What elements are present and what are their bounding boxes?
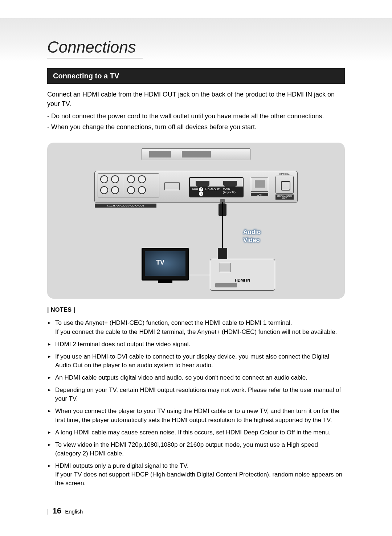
optical-port-icon <box>275 176 294 194</box>
rca-jack-icon <box>100 175 108 183</box>
tv-screen-icon <box>145 251 185 276</box>
rca-jack-icon <box>111 186 119 194</box>
note-item: HDMI 2 terminal does not output the vide… <box>47 338 345 351</box>
footer-divider: | <box>47 508 49 515</box>
rca-jack-icon <box>138 186 146 194</box>
player-top-view-icon <box>142 148 250 160</box>
intro-bullet: - Do not connect the power cord to the w… <box>47 111 345 122</box>
hdmi-port-number: 1 <box>199 192 203 196</box>
divider <box>123 175 123 194</box>
note-item: To view video in the HDMI 720p,1080i,108… <box>47 439 345 460</box>
analog-audio-label: 7.1CH ANALOG AUDIO OUT <box>95 204 156 208</box>
hdmi-port-icon <box>223 181 237 187</box>
tv-icon <box>142 248 189 281</box>
digital-audio-label: DIGITAL AUDIO OUT <box>275 195 294 200</box>
notes-list: To use the Anynet+ (HDMI-CEC) function, … <box>47 317 345 490</box>
page-footer: | 16 English <box>47 506 83 516</box>
callout-line <box>189 275 210 275</box>
hdmi-in-port-icon <box>220 263 230 272</box>
manual-page: Connections Connecting to a TV Connect a… <box>0 0 392 536</box>
hdmi-port-number: 2 <box>199 187 203 192</box>
header-band: Connections <box>0 18 392 62</box>
optical-label: OPTICAL <box>275 173 294 175</box>
connection-diagram: 7.1CH ANALOG AUDIO OUT SUB 2 HDMI OUT 1 … <box>47 143 345 299</box>
rca-jack-icon <box>111 175 119 183</box>
analog-audio-out-block <box>98 173 159 197</box>
tv-label: TV <box>156 259 164 266</box>
footer-language: English <box>65 508 83 515</box>
player-rear-panel-icon: 7.1CH ANALOG AUDIO OUT SUB 2 HDMI OUT 1 … <box>94 171 298 203</box>
rca-jack-icon <box>127 186 135 194</box>
sub-header-bar: Connecting to a TV <box>47 68 345 84</box>
video-label: Video <box>243 236 261 244</box>
rca-jack-icon <box>138 175 146 183</box>
slot-icon <box>215 283 237 287</box>
note-item: When you connect the player to your TV u… <box>47 405 345 426</box>
hdmi-main-label: MAIN (Anynet+) <box>223 187 241 196</box>
hdmi-in-label: HDMI IN <box>210 278 275 282</box>
note-item: HDMI outputs only a pure digital signal … <box>47 460 345 490</box>
note-item: Depending on your TV, certain HDMI outpu… <box>47 384 345 405</box>
notes-heading: | NOTES | <box>47 307 345 313</box>
cable-signal-label: Audio Video <box>243 228 261 244</box>
note-item: If you use an HDMI-to-DVI cable to conne… <box>47 351 345 372</box>
hdmi-sub-label: SUB <box>192 187 198 196</box>
section-title: Connections <box>47 38 143 58</box>
rca-jack-icon <box>100 186 108 194</box>
lan-port-icon <box>251 177 268 192</box>
note-item: An HDMI cable outputs digital video and … <box>47 372 345 384</box>
hdmi-port-icon <box>196 181 209 187</box>
hdmi-out-labelbar: SUB 2 HDMI OUT 1 MAIN (Anynet+) <box>190 187 243 197</box>
rca-jack-icon <box>127 175 135 183</box>
content-area: Connecting to a TV Connect an HDMI cable… <box>0 62 392 490</box>
tv-hdmi-in-panel: HDMI IN <box>210 259 275 291</box>
intro-paragraph: Connect an HDMI cable from the HDMI OUT … <box>47 84 345 111</box>
note-item: To use the Anynet+ (HDMI-CEC) function, … <box>47 317 345 338</box>
audio-label: Audio <box>243 228 261 236</box>
hdmi-out-block: SUB 2 HDMI OUT 1 MAIN (Anynet+) <box>189 177 244 197</box>
lan-label: LAN <box>251 193 268 196</box>
page-number: 16 <box>53 506 61 515</box>
usb-port-icon <box>164 182 180 190</box>
note-item: A long HDMI cable may cause screen noise… <box>47 426 345 439</box>
hdmi-out-label: HDMI OUT <box>205 188 220 191</box>
intro-bullet: - When you change the connections, turn … <box>47 122 345 132</box>
